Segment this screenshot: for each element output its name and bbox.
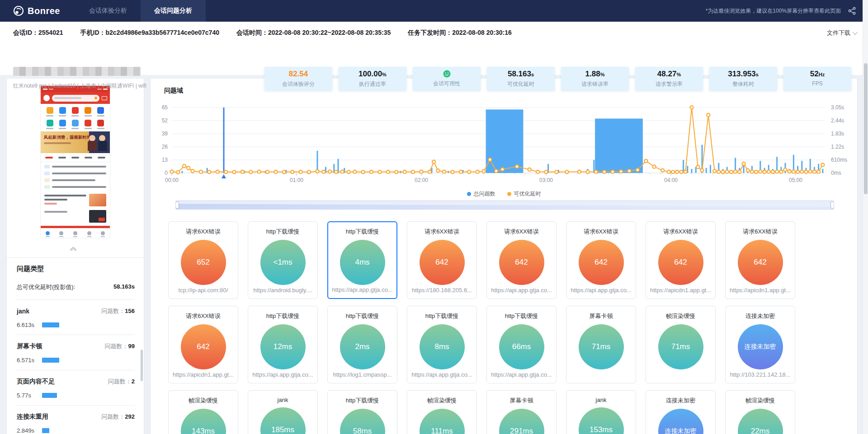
metric-card-6[interactable]: 313.953s整体耗时: [709, 67, 777, 90]
legend-dot: [507, 192, 511, 196]
problem-card-7[interactable]: 请求6XX错误642https://apicdn1.app.gt...: [725, 221, 795, 299]
page-scrollbar-thumb[interactable]: [864, 63, 868, 194]
problem-type-item-连接未重用[interactable]: 连接未重用问题数：2922.849s: [17, 406, 135, 434]
problem-duration: 5.77s: [17, 392, 37, 399]
problem-card-20[interactable]: 屏幕卡顿291ms: [486, 390, 557, 434]
card-url: https://apicdn1.app.gt...: [169, 371, 238, 378]
problem-card-17[interactable]: jank185ms: [248, 390, 318, 434]
metric-value: 48.27%: [635, 70, 703, 79]
svg-text:05:00: 05:00: [789, 177, 802, 183]
metric-card-4[interactable]: 1.88%请求错误率: [561, 67, 629, 90]
problem-card-4[interactable]: 请求6XX错误642https://api.app.gtja.co...: [486, 221, 557, 299]
availability-smile-icon: [413, 70, 481, 79]
card-value-circle: 652: [181, 240, 226, 285]
problem-card-9[interactable]: http下载缓慢12mshttps://api.app.gtja.co...: [248, 306, 318, 383]
problem-card-19[interactable]: 帧渲染缓慢111ms: [407, 390, 477, 434]
legend-item-总问题数[interactable]: 总问题数: [467, 190, 495, 198]
problem-card-22[interactable]: 连接未加密连接未加密: [646, 390, 716, 434]
problem-card-2[interactable]: http下载缓慢4mshttps://api.app.gtja.co...: [327, 221, 397, 299]
problem-duration: 2.849s: [17, 427, 37, 434]
slider-handle-left[interactable]: [175, 201, 179, 209]
card-url: http://103.221.142.18...: [726, 371, 795, 378]
tab-session-problem[interactable]: 会话问题分析: [141, 0, 206, 22]
screenshot-article2: [41, 209, 110, 225]
card-value-circle: 642: [658, 240, 703, 285]
svg-text:04:00: 04:00: [664, 177, 678, 183]
card-url: https://android.bugly....: [248, 287, 317, 294]
card-title: http下载缓慢: [328, 312, 397, 320]
problem-card-23[interactable]: 帧渲染缓慢22ms: [725, 390, 795, 434]
problem-count: 问题数：2: [108, 378, 135, 386]
problem-card-5[interactable]: 请求6XX错误642https://api.app.gtja.co...: [566, 221, 636, 299]
problem-card-6[interactable]: 请求6XX错误642https://apicdn1.app.gt...: [646, 221, 716, 299]
card-title: http下载缓慢: [328, 397, 397, 405]
card-title: 连接未加密: [726, 312, 795, 320]
svg-text:3.05s: 3.05s: [831, 104, 844, 111]
svg-text:1.83s: 1.83s: [831, 131, 844, 137]
card-url: https://api.app.gtja.co...: [328, 286, 396, 293]
card-value-circle: 连接未加密: [658, 409, 703, 434]
device-specs: 红米note9 pro | Android10 | 上海市 | 中国联通WIFI…: [13, 82, 257, 90]
time-range-slider[interactable]: [175, 201, 834, 210]
card-value-circle: 连接未加密: [738, 324, 783, 369]
problem-card-14[interactable]: 帧渲染缓慢71ms: [646, 306, 716, 383]
problem-type-item-jank[interactable]: jank问题数：1566.613s: [17, 300, 135, 335]
left-panel-scrollbar[interactable]: [141, 350, 143, 381]
problem-card-15[interactable]: 连接未加密连接未加密http://103.221.142.18...: [725, 306, 795, 383]
card-value-circle: <1ms: [260, 240, 306, 285]
metric-card-2[interactable]: 会话可用性: [413, 67, 481, 90]
metric-card-5[interactable]: 48.27%请求警示率: [635, 67, 703, 90]
share-icon[interactable]: [848, 7, 856, 15]
total-delay-label: 总可优化延时(投影值):: [17, 283, 75, 291]
metric-value: 313.953s: [709, 70, 777, 79]
problem-card-0[interactable]: 请求6XX错误652tcp://ip-api.com:80/: [168, 221, 238, 299]
duration-bar: [42, 358, 59, 363]
metric-label: 请求错误率: [561, 80, 629, 88]
problem-card-12[interactable]: http下载缓慢66mshttps://api.app.gtja.co...: [486, 306, 557, 383]
card-title: 屏幕卡顿: [566, 312, 636, 320]
problem-name: jank: [17, 308, 29, 315]
file-download-button[interactable]: 文件下载: [827, 29, 856, 37]
problem-card-3[interactable]: 请求6XX错误642https://180.168.205.6...: [407, 221, 477, 299]
problem-card-10[interactable]: http下载缓慢2mshttps://log1.cmpassp...: [327, 306, 397, 383]
metric-card-7[interactable]: 52HzFPS: [783, 67, 851, 90]
problem-card-16[interactable]: 帧渲染缓慢143ms: [168, 390, 238, 434]
problem-count: 问题数：292: [101, 413, 135, 421]
metric-card-1[interactable]: 100.00%执行通过率: [339, 67, 406, 90]
problem-type-item-屏幕卡顿[interactable]: 屏幕卡顿问题数：996.571s: [17, 335, 135, 370]
tab-session-experience[interactable]: 会话体验分析: [75, 0, 141, 22]
legend-item-可优化延时[interactable]: 可优化延时: [507, 190, 541, 198]
problem-card-8[interactable]: 请求6XX错误642https://apicdn1.app.gt...: [168, 306, 238, 383]
info-field-2: 会话时间：2022-08-08 20:30:22~2022-08-08 20:3…: [236, 29, 391, 37]
device-name-masked: [13, 67, 141, 76]
file-download-label: 文件下载: [827, 29, 850, 37]
metric-cards: 82.54会话体验评分100.00%执行通过率会话可用性58.163s可优化延时…: [264, 67, 851, 90]
card-value-circle: 153ms: [579, 407, 624, 434]
problem-card-13[interactable]: 屏幕卡顿71ms: [566, 306, 636, 383]
problem-card-1[interactable]: http下载缓慢<1mshttps://android.bugly....: [248, 221, 318, 299]
screenshot-news-list: [41, 162, 110, 193]
card-title: jank: [248, 397, 317, 403]
card-title: 请求6XX错误: [726, 228, 795, 236]
card-value-circle: 185ms: [260, 407, 306, 434]
problem-card-21[interactable]: jank153ms: [566, 390, 636, 434]
card-value-circle: 642: [738, 240, 783, 285]
problem-type-item-页面内容不足[interactable]: 页面内容不足问题数：25.77s: [17, 370, 135, 406]
svg-text:0ms: 0ms: [831, 170, 841, 176]
problem-domain-chart[interactable]: 00ms13610ms261.22s391.83s522.44s653.05s0…: [151, 95, 857, 185]
screenshot-icon-grid: [41, 104, 110, 131]
problem-card-11[interactable]: http下载缓慢8mshttps://api.app.gtja.co...: [407, 306, 477, 383]
svg-text:13: 13: [162, 157, 168, 163]
problem-card-18[interactable]: http下载缓慢58ms: [327, 390, 397, 434]
svg-text:02:00: 02:00: [415, 177, 428, 183]
card-value-circle: 642: [420, 240, 465, 285]
collapse-screenshot-button[interactable]: [69, 245, 77, 253]
card-title: http下载缓慢: [407, 312, 476, 320]
slider-handle-right[interactable]: [830, 201, 834, 209]
card-url: https://api.app.gtja.co...: [487, 371, 556, 378]
problem-name: 连接未重用: [17, 413, 48, 421]
page-scrollbar[interactable]: [863, 0, 868, 434]
svg-text:65: 65: [162, 104, 168, 111]
metric-card-3[interactable]: 58.163s可优化延时: [487, 67, 555, 90]
metric-card-0[interactable]: 82.54会话体验评分: [264, 67, 332, 90]
